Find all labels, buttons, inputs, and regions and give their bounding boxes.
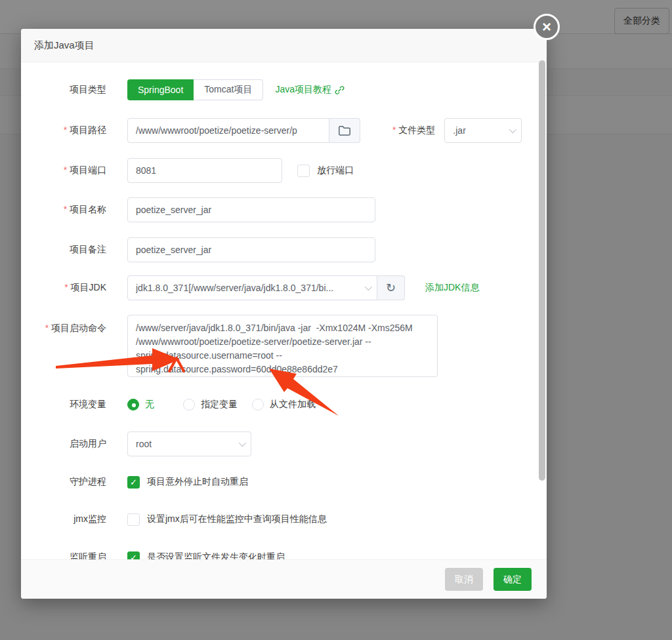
screen: 全部分类 × 添加Java项目 项目类型 SpringBoot Tomcat项目…	[0, 0, 672, 640]
row-listen-restart: 监听重启 ✓ 是否设置监听文件发生变化时重启	[21, 551, 285, 559]
check-icon: ✓	[130, 553, 137, 560]
env-file-radio[interactable]	[252, 399, 264, 410]
confirm-button[interactable]: 确定	[494, 568, 532, 591]
listen-restart-checkbox[interactable]: ✓	[127, 551, 140, 560]
project-port-label: 项目端口	[21, 165, 106, 176]
project-path-input[interactable]	[127, 118, 329, 143]
dialog-footer: 取消 确定	[21, 559, 547, 599]
row-project-type: 项目类型 SpringBoot Tomcat项目 Java项目教程	[21, 79, 345, 100]
file-type-label: 文件类型	[392, 125, 435, 136]
dialog-header: 添加Java项目	[21, 29, 547, 62]
jmx-checkbox[interactable]	[127, 513, 140, 526]
env-specify-label: 指定变量	[201, 399, 238, 410]
close-icon[interactable]: ×	[534, 14, 560, 40]
check-icon: ✓	[130, 477, 137, 487]
type-springboot-button[interactable]: SpringBoot	[127, 79, 194, 100]
row-project-name: 项目名称	[21, 197, 375, 222]
project-name-input[interactable]	[127, 197, 375, 222]
project-path-label: 项目路径	[21, 125, 106, 136]
row-project-note: 项目备注	[21, 237, 375, 262]
row-jmx: jmx监控 设置jmx后可在性能监控中查询项目性能信息	[21, 513, 327, 526]
chevron-down-icon	[509, 126, 516, 133]
daemon-checkbox[interactable]: ✓	[127, 476, 140, 489]
project-type-label: 项目类型	[21, 84, 106, 96]
folder-icon	[338, 125, 351, 136]
release-port-label: 放行端口	[317, 165, 354, 176]
link-icon	[335, 85, 345, 95]
daemon-label: 守护进程	[21, 476, 106, 488]
refresh-jdk-button[interactable]: ↻	[377, 275, 405, 300]
project-jdk-value: jdk1.8.0_371[/www/server/java/jdk1.8.0_3…	[136, 283, 333, 293]
jmx-text: 设置jmx后可在性能监控中查询项目性能信息	[147, 513, 327, 525]
dialog-title: 添加Java项目	[34, 39, 94, 52]
chevron-down-icon	[239, 439, 246, 447]
project-jdk-select[interactable]: jdk1.8.0_371[/www/server/java/jdk1.8.0_3…	[127, 275, 377, 300]
add-java-project-dialog: × 添加Java项目 项目类型 SpringBoot Tomcat项目 Java…	[21, 29, 547, 599]
row-project-path: 项目路径 文件类型 .jar	[21, 118, 522, 143]
jmx-label: jmx监控	[21, 513, 106, 525]
file-type-select[interactable]: .jar	[444, 118, 522, 143]
env-none-radio[interactable]	[127, 399, 139, 410]
add-jdk-link-text: 添加JDK信息	[425, 282, 479, 294]
row-project-port: 项目端口 放行端口	[21, 158, 354, 183]
file-type-value: .jar	[453, 125, 465, 136]
project-name-label: 项目名称	[21, 204, 106, 216]
run-user-label: 启动用户	[21, 438, 106, 450]
project-jdk-label: 项目JDK	[21, 282, 106, 294]
cancel-button[interactable]: 取消	[445, 568, 483, 591]
listen-restart-text: 是否设置监听文件发生变化时重启	[147, 551, 285, 559]
dialog-scrollbar[interactable]	[539, 60, 545, 481]
run-user-select[interactable]: root	[127, 431, 251, 456]
row-project-jdk: 项目JDK jdk1.8.0_371[/www/server/java/jdk1…	[21, 275, 479, 300]
dialog-body: 项目类型 SpringBoot Tomcat项目 Java项目教程	[21, 62, 547, 559]
java-tutorial-link-text: Java项目教程	[275, 84, 331, 96]
row-start-command: 项目启动命令 /www/server/java/jdk1.8.0_371/bin…	[21, 315, 438, 377]
start-command-label: 项目启动命令	[21, 315, 106, 334]
add-jdk-link[interactable]: 添加JDK信息	[425, 282, 479, 294]
daemon-text: 项目意外停止时自动重启	[147, 476, 248, 488]
type-tomcat-button[interactable]: Tomcat项目	[194, 79, 263, 100]
row-daemon: 守护进程 ✓ 项目意外停止时自动重启	[21, 475, 248, 489]
release-port-checkbox[interactable]	[297, 165, 310, 177]
run-user-value: root	[136, 439, 152, 449]
project-note-input[interactable]	[127, 237, 375, 262]
env-file-label: 从文件加载	[270, 399, 316, 410]
project-port-input[interactable]	[127, 158, 282, 183]
row-env-vars: 环境变量 无 指定变量 从文件加载	[21, 398, 316, 411]
row-run-user: 启动用户 root	[21, 431, 251, 456]
env-specify-radio[interactable]	[183, 399, 195, 410]
browse-folder-button[interactable]	[329, 118, 360, 143]
env-vars-label: 环境变量	[21, 399, 106, 410]
project-note-label: 项目备注	[21, 244, 106, 256]
java-tutorial-link[interactable]: Java项目教程	[275, 84, 345, 96]
refresh-icon: ↻	[386, 281, 396, 295]
listen-restart-label: 监听重启	[21, 551, 106, 559]
chevron-down-icon	[365, 283, 372, 290]
env-none-label: 无	[145, 399, 154, 410]
start-command-textarea[interactable]: /www/server/java/jdk1.8.0_371/bin/java -…	[127, 315, 438, 377]
